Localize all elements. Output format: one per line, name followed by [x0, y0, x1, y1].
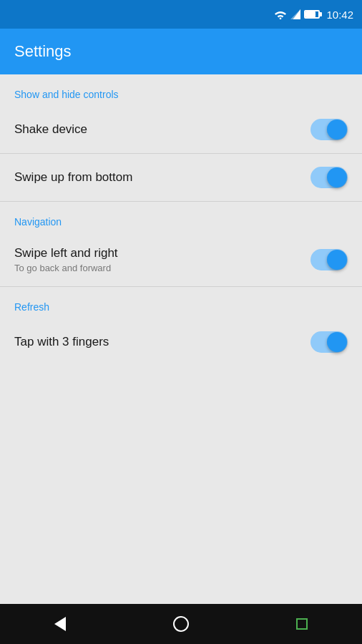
setting-title-swipe-up: Swipe up from bottom: [14, 170, 310, 185]
setting-item-tap-3fingers[interactable]: Tap with 3 fingers: [0, 318, 362, 366]
toggle-thumb-shake-device: [327, 119, 347, 140]
nav-recents-button[interactable]: [280, 604, 323, 644]
toggle-thumb-swipe-up: [327, 167, 347, 187]
setting-item-swipe-lr[interactable]: Swipe left and right To go back and forw…: [0, 233, 362, 287]
setting-title-tap-3fingers: Tap with 3 fingers: [14, 335, 310, 349]
section-header-show-hide: Show and hide controls: [0, 74, 362, 106]
nav-back-icon: [54, 617, 66, 631]
toggle-tap-3fingers[interactable]: [310, 331, 348, 353]
wifi-icon: [274, 9, 287, 19]
svg-point-0: [280, 18, 282, 20]
status-icons: 10:42: [274, 9, 353, 21]
setting-text-swipe-up: Swipe up from bottom: [14, 170, 310, 185]
nav-home-icon: [173, 616, 189, 632]
setting-item-shake-device[interactable]: Shake device: [0, 106, 362, 154]
setting-text-tap-3fingers: Tap with 3 fingers: [14, 335, 310, 349]
app-bar-title: Settings: [14, 42, 72, 61]
toggle-thumb-swipe-lr: [327, 250, 347, 270]
setting-text-swipe-lr: Swipe left and right To go back and forw…: [14, 246, 310, 273]
status-bar: 10:42: [0, 0, 362, 29]
setting-title-shake-device: Shake device: [14, 122, 310, 137]
setting-text-shake-device: Shake device: [14, 122, 310, 137]
section-header-navigation: Navigation: [0, 202, 362, 233]
toggle-swipe-lr[interactable]: [310, 249, 348, 270]
nav-home-button[interactable]: [160, 604, 202, 644]
settings-content: Show and hide controls Shake device Swip…: [0, 74, 362, 366]
signal-icon: [290, 9, 300, 19]
setting-subtitle-swipe-lr: To go back and forward: [14, 263, 310, 273]
toggle-shake-device[interactable]: [310, 119, 348, 140]
nav-recents-icon: [296, 618, 308, 630]
app-bar: Settings: [0, 29, 362, 74]
status-time: 10:42: [326, 9, 353, 21]
nav-bar: [0, 604, 362, 644]
toggle-thumb-tap-3fingers: [327, 332, 347, 352]
battery-icon: [304, 10, 320, 19]
toggle-swipe-up[interactable]: [310, 167, 348, 188]
setting-title-swipe-lr: Swipe left and right: [14, 246, 310, 260]
nav-back-button[interactable]: [39, 604, 82, 644]
section-header-refresh: Refresh: [0, 287, 362, 318]
setting-item-swipe-up[interactable]: Swipe up from bottom: [0, 154, 362, 202]
